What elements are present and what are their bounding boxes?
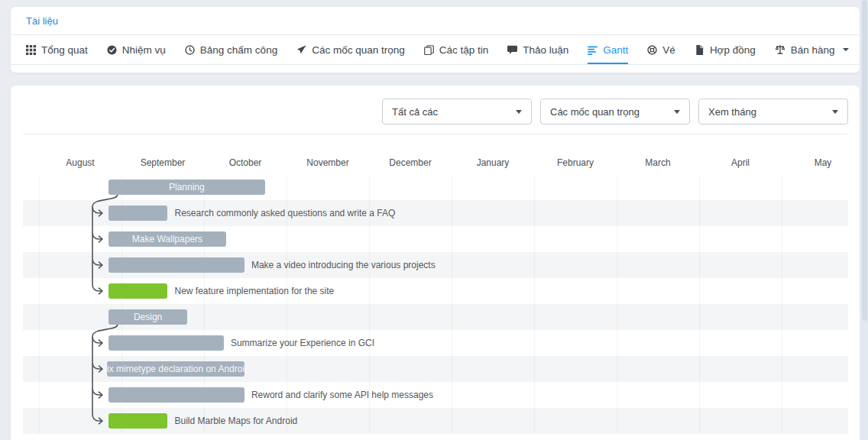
- tab-bang-cham-cong[interactable]: Bảng chấm công: [185, 35, 277, 64]
- tab-label: Các mốc quan trọng: [312, 44, 405, 56]
- life-ring-icon: [647, 45, 657, 55]
- gantt-task-label: Build Marble Maps for Android: [174, 408, 297, 434]
- gantt-bar[interactable]: Make Wallpapers: [108, 231, 226, 247]
- gantt-bar[interactable]: Planning: [108, 180, 265, 195]
- tab-label: Nhiệm vụ: [122, 44, 166, 56]
- clock-icon: [185, 45, 195, 55]
- breadcrumb-link[interactable]: Tài liệu: [26, 15, 58, 27]
- gantt-task-label: Make a video introducing the various pro…: [251, 252, 436, 278]
- scales-icon: [775, 44, 785, 55]
- month-label: August: [39, 157, 121, 168]
- page: Tài liệu Tổng quatNhiệm vụBảng chấm công…: [0, 0, 868, 440]
- filter-milestones-value: Các mốc quan trọng: [550, 106, 640, 118]
- month-label: January: [452, 157, 534, 168]
- gantt-toolbar: Tất cả các Các mốc quan trọng Xem tháng: [382, 99, 848, 125]
- month-gridline: [452, 174, 452, 434]
- tab-label: Gantt: [603, 44, 628, 56]
- gantt-task-label: Research commonly asked questions and wr…: [174, 200, 395, 226]
- gantt-month-header: AugustSeptemberOctoberNovemberDecemberJa…: [23, 151, 848, 174]
- month-label: October: [204, 157, 287, 168]
- month-gridline: [699, 174, 700, 434]
- scrollbar-thumb[interactable]: [862, 0, 867, 321]
- month-gridline: [617, 174, 617, 434]
- month-label: April: [699, 157, 782, 168]
- gantt-task-label: Reword and clarify some API help message…: [251, 382, 433, 408]
- gantt-card: Tất cả các Các mốc quan trọng Xem tháng …: [11, 86, 860, 440]
- chat-icon: [507, 45, 517, 55]
- tab-label: Các tập tin: [439, 44, 489, 56]
- gantt-bar[interactable]: [108, 387, 245, 403]
- contract-icon: [695, 45, 704, 55]
- month-label: November: [287, 157, 369, 168]
- gantt-bar-label: Design: [130, 312, 166, 322]
- gantt-bar[interactable]: [108, 335, 224, 351]
- gantt-bar[interactable]: [108, 205, 168, 221]
- gantt-bar[interactable]: [108, 283, 168, 299]
- month-label: May: [782, 157, 860, 168]
- chevron-down-icon: [674, 110, 680, 117]
- tab-label: Vé: [662, 44, 675, 56]
- gantt-icon: [588, 45, 598, 55]
- header-card: Tài liệu Tổng quatNhiệm vụBảng chấm công…: [11, 7, 860, 73]
- month-gridline: [39, 174, 40, 434]
- filter-all-dropdown[interactable]: Tất cả các: [382, 99, 532, 125]
- gantt-bar-label: Fix mimetype declaration on Android: [107, 364, 245, 374]
- chevron-down-icon: [832, 110, 838, 117]
- filter-view-dropdown[interactable]: Xem tháng: [698, 99, 848, 125]
- gantt-chart-area: PlanningResearch commonly asked question…: [23, 174, 848, 440]
- gantt-bar[interactable]: Design: [108, 309, 188, 325]
- month-label: September: [121, 157, 204, 168]
- tab-thao-luan[interactable]: Thảo luận: [507, 35, 568, 64]
- month-gridline: [782, 174, 782, 434]
- rocket-icon: [296, 45, 306, 55]
- tab-cac-tap-tin[interactable]: Các tập tin: [424, 35, 489, 64]
- gantt-task-label: New feature implementation for the site: [174, 278, 334, 304]
- month-label: March: [617, 157, 699, 168]
- chevron-down-icon: [843, 48, 849, 54]
- tab-label: Bảng chấm công: [200, 44, 277, 56]
- toolbar-separator: [23, 134, 847, 134]
- check-circle-icon: [107, 45, 117, 55]
- chevron-down-icon: [516, 110, 522, 117]
- tab-ve[interactable]: Vé: [647, 35, 675, 64]
- month-label: February: [534, 157, 617, 168]
- filter-view-value: Xem tháng: [708, 106, 756, 118]
- filter-milestones-dropdown[interactable]: Các mốc quan trọng: [540, 99, 690, 125]
- month-label: December: [369, 157, 452, 168]
- gantt-bar-label: Make Wallpapers: [128, 234, 206, 244]
- breadcrumb: Tài liệu: [11, 7, 860, 35]
- gantt-bar[interactable]: [108, 413, 168, 429]
- tab-label: Bán hàng: [791, 44, 835, 56]
- gantt-bar-label: Planning: [165, 182, 209, 192]
- gantt-bar[interactable]: [108, 257, 245, 273]
- tab-tong-quat[interactable]: Tổng quat: [26, 35, 88, 64]
- filter-all-value: Tất cả các: [392, 106, 438, 118]
- grid-icon: [26, 45, 36, 55]
- tab-bar: Tổng quatNhiệm vụBảng chấm côngCác mốc q…: [11, 35, 860, 65]
- tab-hop-dong[interactable]: Hợp đồng: [695, 35, 756, 64]
- tab-cac-moc-quan-trong[interactable]: Các mốc quan trọng: [296, 35, 405, 64]
- page-scrollbar[interactable]: [861, 0, 868, 440]
- tab-nhiem-vu[interactable]: Nhiệm vụ: [107, 35, 166, 64]
- gantt-bar[interactable]: Fix mimetype declaration on Android: [107, 361, 245, 377]
- tab-label: Hợp đồng: [710, 44, 756, 56]
- tab-label: Tổng quat: [41, 44, 88, 56]
- tab-label: Thảo luận: [523, 44, 568, 56]
- month-gridline: [534, 174, 535, 434]
- files-icon: [424, 45, 434, 55]
- tab-gantt[interactable]: Gantt: [588, 35, 628, 64]
- gantt-task-label: Summarize your Experience in GCI: [231, 330, 374, 356]
- tab-ban-hang[interactable]: Bán hàng: [775, 35, 849, 64]
